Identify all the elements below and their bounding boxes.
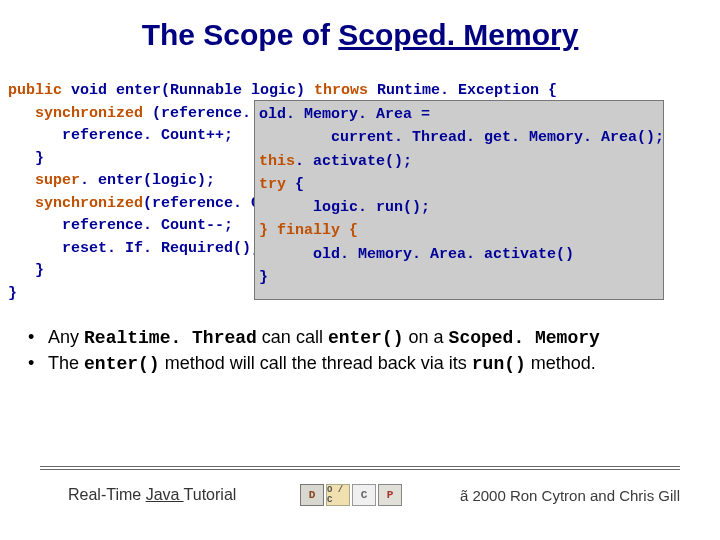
bullet-dot: • [28,325,48,350]
footer-left-u: Java [146,486,184,503]
footer-right: ã 2000 Ron Cytron and Chris Gill [460,487,680,504]
b1-m2: enter() [328,328,404,348]
code-l7: reference. Count--; [8,217,233,234]
logo-box-2: O / C [326,484,350,506]
bullet-2: • The enter() method will call the threa… [28,351,698,376]
bullet-1-text: Any Realtime. Thread can call enter() on… [48,325,600,350]
b2-mid: method will call the thread back via its [160,353,472,373]
title-emph: Scoped. Memory [338,18,578,51]
bullet-list: • Any Realtime. Thread can call enter() … [28,325,698,378]
footer-left-pre: Real-Time [68,486,146,503]
slide-title: The Scope of Scoped. Memory [0,0,720,52]
footer-left: Real-Time Java Tutorial [68,486,236,504]
bullet-1: • Any Realtime. Thread can call enter() … [28,325,698,350]
code-l5b: . enter(logic); [80,172,215,189]
code-l1b: void enter(Runnable logic) [62,82,314,99]
code-overlay: old. Memory. Area = current. Thread. get… [254,100,664,300]
logo-box-1: D [300,484,324,506]
code-l9: } [8,262,44,279]
b2-post: method. [526,353,596,373]
kw-super: super [8,172,80,189]
box-l4r: { [286,176,304,193]
logo-box-4: P [378,484,402,506]
kw-public: public [8,82,62,99]
kw-this: this [259,153,295,170]
box-l1: old. Memory. Area = [259,106,430,123]
code-l6b: (reference. Co [143,195,269,212]
b2-m1: enter() [84,354,160,374]
bullet-2-text: The enter() method will call the thread … [48,351,596,376]
code-l1d: Runtime. Exception { [368,82,557,99]
code-l4: } [8,150,44,167]
code-l3: reference. Count++; [8,127,233,144]
code-l10: } [8,285,17,302]
footer-left-post: Tutorial [184,486,237,503]
b1-m1: Realtime. Thread [84,328,257,348]
box-l5: logic. run(); [259,199,430,216]
code-l2b: (reference. C [143,105,269,122]
footer-logos: D O / C C P [300,484,402,506]
b2-pre: The [48,353,84,373]
footer-divider [40,466,680,470]
logo-box-3: C [352,484,376,506]
box-l3r: . activate(); [295,153,412,170]
kw-sync2: synchronized [8,195,143,212]
b1-mid2: on a [404,327,449,347]
b1-mid: can call [257,327,328,347]
kw-throws: throws [314,82,368,99]
b1-pre: Any [48,327,84,347]
box-l2: current. Thread. get. Memory. Area(); [259,129,664,146]
title-prefix: The Scope of [142,18,339,51]
kw-finally: } finally { [259,222,358,239]
box-l7: old. Memory. Area. activate() [259,246,574,263]
slide: The Scope of Scoped. Memory public void … [0,0,720,540]
b1-m3: Scoped. Memory [449,328,600,348]
box-l8: } [259,269,268,286]
kw-sync1: synchronized [8,105,143,122]
bullet-dot: • [28,351,48,376]
b2-m2: run() [472,354,526,374]
code-l8: reset. If. Required(); [8,240,260,257]
kw-try: try [259,176,286,193]
